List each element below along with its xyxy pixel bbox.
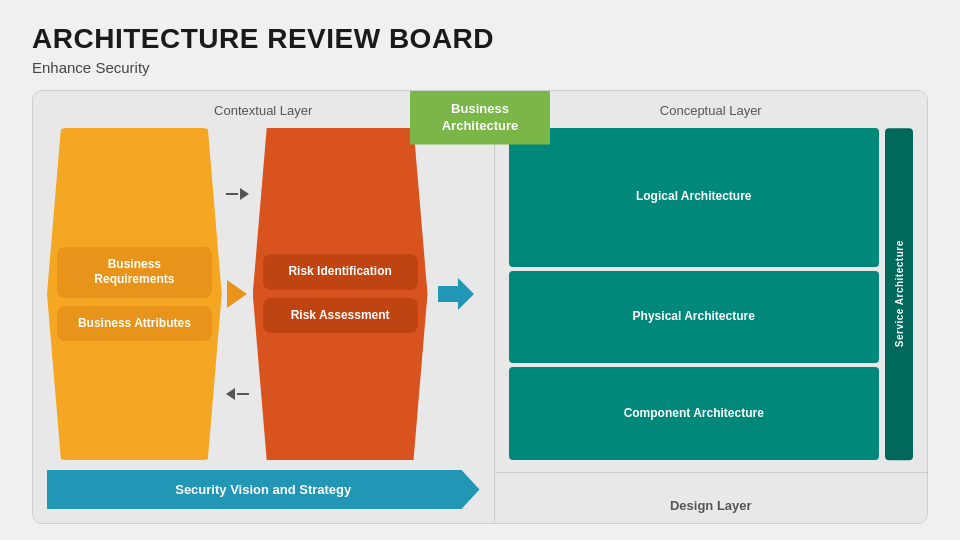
right-bottom: Design Layer: [495, 473, 928, 523]
right-top: Conceptual Layer Logical Architecture Ph…: [495, 91, 928, 473]
page-subtitle: Enhance Security: [32, 59, 928, 76]
arrowhead-right-icon: [240, 188, 249, 200]
physical-architecture-block: Physical Architecture: [509, 271, 880, 364]
conceptual-content: Logical Architecture Physical Architectu…: [509, 128, 914, 460]
right-panel: Conceptual Layer Logical Architecture Ph…: [495, 91, 928, 523]
page-title: ARCHITECTURE REVIEW BOARD: [32, 24, 928, 55]
red-shape: Risk Identification Risk Assessment: [253, 128, 428, 460]
right-arrow-icon: [438, 276, 474, 312]
business-architecture-banner: Business Architecture: [410, 91, 550, 145]
business-requirements-box: Business Requirements: [57, 247, 212, 298]
arrowhead-left-icon: [226, 388, 235, 400]
risk-assessment-box: Risk Assessment: [263, 298, 418, 334]
main-container: Business Architecture Contextual Layer B…: [32, 90, 928, 524]
risk-identification-box: Risk Identification: [263, 254, 418, 290]
yellow-shape: Business Requirements Business Attribute…: [47, 128, 222, 460]
svg-marker-0: [438, 278, 474, 310]
page: ARCHITECTURE REVIEW BOARD Enhance Securi…: [0, 0, 960, 540]
conceptual-layer-label: Conceptual Layer: [509, 103, 914, 118]
service-architecture-bar: Service Architecture: [885, 128, 913, 460]
business-attributes-box: Business Attributes: [57, 306, 212, 342]
logical-architecture-block: Logical Architecture: [509, 128, 880, 267]
contextual-boxes-row: Business Requirements Business Attribute…: [47, 128, 480, 460]
design-layer-label: Design Layer: [509, 498, 914, 513]
arrow-right-1: [226, 188, 249, 200]
teal-blocks: Logical Architecture Physical Architectu…: [509, 128, 880, 460]
center-big-arrow: [432, 128, 480, 460]
orange-center-arrow-icon: [227, 280, 247, 308]
security-vision-banner: Security Vision and Strategy: [47, 470, 480, 509]
left-panel: Contextual Layer Business Requirements B…: [33, 91, 495, 523]
arrow-left-1: [226, 388, 249, 400]
arrows-col: [226, 128, 249, 460]
component-architecture-block: Component Architecture: [509, 367, 880, 460]
